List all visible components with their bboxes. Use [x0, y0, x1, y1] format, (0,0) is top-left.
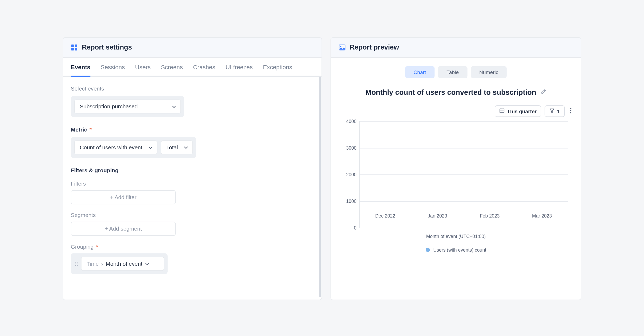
metric-select[interactable]: Count of users with event	[74, 140, 157, 154]
tab-screens[interactable]: Screens	[161, 58, 183, 77]
event-select-value: Subscription purchased	[80, 103, 138, 110]
svg-point-4	[75, 261, 76, 262]
svg-rect-2	[71, 48, 74, 51]
tab-users[interactable]: Users	[135, 58, 151, 77]
svg-point-8	[75, 265, 76, 266]
svg-point-5	[77, 261, 78, 262]
add-segment-button[interactable]: + Add segment	[71, 222, 176, 236]
view-table-button[interactable]: Table	[438, 66, 467, 78]
aggregation-select[interactable]: Total	[161, 140, 193, 154]
x-tick-label: Feb 2023	[480, 213, 500, 218]
y-tick-label: 0	[339, 225, 356, 230]
chevron-down-icon	[148, 145, 152, 150]
chevron-down-icon	[184, 145, 188, 150]
chevron-down-icon	[145, 261, 149, 266]
select-events-label: Select events	[71, 85, 314, 92]
grouping-row: Time › Month of event	[71, 253, 168, 274]
chart-title: Monthly count of users converted to subs…	[365, 88, 536, 97]
tab-crashes[interactable]: Crashes	[193, 58, 215, 77]
tab-ui-freezes[interactable]: UI freezes	[226, 58, 253, 77]
x-tick-label: Dec 2022	[375, 213, 395, 218]
chevron-down-icon	[172, 104, 176, 109]
dashboard-icon	[71, 44, 78, 51]
grouping-value: Month of event	[106, 260, 142, 267]
svg-point-6	[75, 263, 76, 264]
chart-title-row: Monthly count of users converted to subs…	[339, 88, 573, 97]
report-preview-title: Report preview	[350, 44, 399, 51]
x-tick-label: Jan 2023	[428, 213, 447, 218]
filter-count-button[interactable]: 1	[545, 105, 565, 117]
view-numeric-button[interactable]: Numeric	[471, 66, 507, 78]
drag-handle-icon[interactable]	[74, 261, 81, 267]
svg-point-18	[570, 112, 571, 113]
grouping-label: Grouping *	[71, 243, 314, 250]
svg-point-7	[77, 263, 78, 264]
calendar-icon	[500, 108, 505, 114]
add-filter-button[interactable]: + Add filter	[71, 190, 176, 204]
svg-point-9	[77, 265, 78, 266]
gridline	[360, 228, 568, 228]
filters-label: Filters	[71, 181, 314, 187]
report-preview-header: Report preview	[331, 38, 581, 58]
filter-count: 1	[557, 108, 560, 114]
event-picker-group: Subscription purchased	[71, 96, 184, 117]
required-marker: *	[94, 243, 98, 250]
filters-grouping-heading: Filters & grouping	[71, 167, 314, 174]
svg-point-17	[570, 110, 571, 111]
aggregation-select-value: Total	[166, 144, 178, 151]
metric-label: Metric *	[71, 126, 314, 133]
chart-area: Dec 2022Jan 2023Feb 2023Mar 2023 Month o…	[339, 121, 573, 245]
y-tick-label: 3000	[339, 145, 356, 150]
report-settings-header: Report settings	[63, 38, 322, 58]
svg-rect-12	[500, 109, 504, 113]
required-marker: *	[88, 126, 92, 133]
chevron-right-icon: ›	[101, 260, 103, 267]
grouping-category: Time	[87, 260, 99, 267]
edit-title-icon[interactable]	[541, 89, 546, 97]
svg-rect-1	[75, 44, 77, 47]
y-tick-label: 1000	[339, 199, 356, 204]
metric-select-value: Count of users with event	[80, 144, 142, 151]
svg-point-16	[570, 108, 571, 109]
report-settings-title: Report settings	[82, 44, 132, 51]
tab-events[interactable]: Events	[71, 58, 90, 77]
settings-tabs: EventsSessionsUsersScreensCrashesUI free…	[63, 58, 322, 77]
segments-label: Segments	[71, 212, 314, 218]
tab-sessions[interactable]: Sessions	[100, 58, 125, 77]
legend-dot-icon	[426, 248, 430, 252]
chart-toolbar: This quarter 1	[339, 105, 573, 117]
svg-point-11	[340, 46, 341, 47]
y-tick-label: 4000	[339, 119, 356, 124]
report-settings-panel: Report settings EventsSessionsUsersScree…	[63, 37, 322, 300]
scrollbar[interactable]	[319, 77, 321, 297]
svg-rect-0	[71, 44, 74, 47]
svg-rect-3	[75, 48, 77, 51]
grouping-select[interactable]: Time › Month of event	[81, 257, 164, 271]
filter-icon	[549, 108, 554, 114]
event-select[interactable]: Subscription purchased	[74, 100, 181, 114]
x-axis-label: Month of event (UTC+01:00)	[339, 234, 573, 239]
report-preview-panel: Report preview ChartTableNumeric Monthly…	[331, 37, 581, 300]
chart-bars: Dec 2022Jan 2023Feb 2023Mar 2023	[359, 121, 568, 228]
metric-group: Count of users with event Total	[71, 137, 196, 158]
x-tick-label: Mar 2023	[532, 213, 552, 218]
view-chart-button[interactable]: Chart	[405, 66, 434, 78]
more-menu-icon[interactable]	[568, 107, 573, 116]
tab-exceptions[interactable]: Exceptions	[263, 58, 292, 77]
settings-body: Select events Subscription purchased Met…	[63, 77, 322, 297]
legend-label: Users (with events) count	[433, 247, 486, 252]
view-toggle: ChartTableNumeric	[339, 66, 573, 78]
y-tick-label: 2000	[339, 172, 356, 177]
date-range-label: This quarter	[507, 108, 537, 114]
picture-icon	[339, 44, 345, 51]
date-range-button[interactable]: This quarter	[495, 105, 541, 117]
preview-body: ChartTableNumeric Monthly count of users…	[331, 58, 581, 298]
chart-legend: Users (with events) count	[339, 247, 573, 252]
